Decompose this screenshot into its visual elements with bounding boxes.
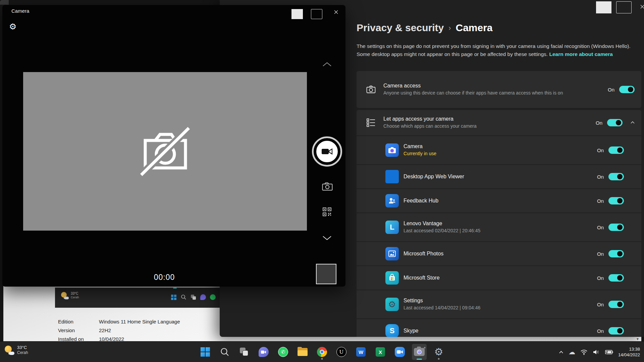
lenovo-vantage-icon: L (385, 221, 399, 234)
breadcrumb-privacy-security[interactable]: Privacy & security (357, 22, 444, 34)
weather-icon (5, 346, 14, 355)
microsoft-store-toggle[interactable] (608, 274, 624, 282)
close-button[interactable] (330, 7, 342, 17)
let-apps-description: Choose which apps can access your camera (383, 123, 596, 129)
settings-taskbar-button[interactable]: ⚙ (431, 344, 446, 360)
zoom-button[interactable] (392, 344, 407, 360)
camera-access-toggle[interactable] (619, 86, 635, 93)
barcode-scan-button[interactable] (322, 207, 332, 218)
about-taskbar-screenshot: 33°C Cerah (55, 288, 233, 308)
app-row-microsoft-photos: Microsoft Photos On (357, 242, 641, 265)
let-apps-access-row[interactable]: Let apps access your camera Choose which… (357, 110, 641, 135)
weather-widget[interactable]: 33°C Cerah (5, 345, 28, 355)
minimize-button[interactable] (291, 7, 303, 17)
mini-active-indicator (173, 288, 177, 289)
desktop-app-web-viewer-toggle[interactable] (608, 173, 624, 180)
running-indicator (321, 358, 323, 360)
spec-label: Version (58, 327, 99, 333)
microsoft-photos-toggle[interactable] (608, 250, 624, 257)
onedrive-icon[interactable]: ☁ (569, 348, 575, 356)
file-explorer-button[interactable] (295, 344, 310, 360)
search-icon (220, 347, 229, 357)
app-name: Microsoft Store (404, 275, 597, 281)
toggle-state-label: On (597, 174, 604, 180)
volume-icon[interactable] (593, 349, 599, 355)
take-photo-button[interactable] (322, 182, 333, 192)
spec-value: 22H2 (99, 327, 111, 333)
record-video-button[interactable] (312, 136, 342, 167)
toggle-state-label: On (597, 198, 604, 204)
breadcrumb-separator: › (448, 24, 451, 33)
app-name: Desktop App Web Viewer (404, 174, 597, 180)
start-button[interactable] (198, 344, 213, 360)
camera-access-row: Camera access Anyone using this device c… (357, 71, 641, 108)
task-view-button[interactable] (237, 344, 252, 360)
app-name: Settings (404, 298, 597, 304)
clock[interactable]: 13:38 14/04/2022 (618, 346, 640, 358)
mini-search-icon (181, 294, 186, 300)
settings-gear-icon: ⚙ (434, 347, 443, 357)
chevron-up-icon[interactable] (630, 120, 635, 125)
task-view-icon (239, 347, 249, 357)
settings-app-toggle[interactable] (608, 301, 624, 308)
let-apps-toggle[interactable] (607, 119, 623, 126)
chrome-button[interactable] (315, 344, 329, 360)
camera-app-toggle[interactable] (608, 146, 624, 154)
mini-weather-condition: Cerah (71, 296, 79, 299)
mini-start-icon (171, 294, 177, 300)
apps-list-icon (366, 118, 376, 128)
app-row-camera: Camera Currently in use On (357, 136, 641, 164)
camera-roll-thumbnail[interactable] (316, 264, 336, 284)
weather-temp: 33°C (17, 345, 28, 350)
camera-viewfinder (23, 72, 307, 231)
battery-charging-icon[interactable] (604, 350, 613, 355)
camera-outline-icon (366, 84, 376, 95)
chat-button[interactable] (256, 344, 271, 360)
app-name: Microsoft Photos (404, 251, 597, 257)
chrome-icon (317, 347, 327, 357)
toggle-state-label: On (597, 251, 604, 257)
app-row-lenovo-vantage: L Lenovo Vantage Last accessed 02/04/202… (357, 213, 641, 241)
taskbar-icons: ✆ U W X + ⚙ (198, 342, 446, 362)
app-name: Feedback Hub (404, 198, 597, 204)
taskbar: 33°C Cerah ✆ U W X (0, 341, 644, 362)
clock-time: 13:38 (618, 346, 640, 352)
toggle-state-label: On (597, 147, 604, 153)
app-row-feedback-hub: Feedback Hub On (357, 189, 641, 213)
word-icon: W (356, 347, 366, 357)
spec-label: Edition (58, 319, 99, 324)
camera-settings-gear-icon[interactable]: ⚙ (9, 22, 16, 32)
page-title: Camera (455, 22, 492, 34)
microsoft-photos-icon (385, 247, 399, 260)
mini-weather-widget: 33°C Cerah (61, 292, 79, 299)
page-description: The settings on this page do not prevent… (357, 42, 638, 58)
scroll-down-icon[interactable]: ▼ (636, 337, 639, 341)
word-button[interactable]: W (354, 344, 368, 360)
weather-condition: Cerah (17, 350, 28, 355)
mini-task-view-icon (191, 294, 196, 300)
spec-value: 10/04/2022 (99, 336, 124, 342)
feedback-hub-toggle[interactable] (608, 197, 624, 204)
desktop-app-web-viewer-icon (385, 170, 399, 183)
chevron-down-icon[interactable] (322, 235, 332, 242)
tray-chevron-up-icon[interactable] (559, 351, 564, 354)
toggle-state-label: On (608, 87, 614, 93)
toggle-state-label: On (597, 302, 604, 307)
spec-label: Installed on (58, 336, 99, 342)
spec-row-version: Version 22H2 (58, 326, 180, 335)
lenovo-vantage-toggle[interactable] (608, 224, 624, 231)
whatsapp-icon: ✆ (278, 347, 288, 357)
excel-button[interactable]: X (373, 344, 388, 360)
skype-toggle[interactable] (608, 327, 624, 335)
wifi-icon[interactable] (580, 349, 588, 355)
maximize-button[interactable] (311, 7, 322, 17)
learn-more-link[interactable]: Learn more about camera (549, 51, 613, 57)
unreal-engine-button[interactable]: U (334, 344, 349, 360)
chevron-up-icon[interactable] (322, 61, 332, 69)
app-name: Skype (404, 328, 597, 334)
toggle-state-label: On (596, 120, 602, 126)
camera-taskbar-button[interactable]: + (412, 344, 427, 360)
search-button[interactable] (217, 344, 232, 360)
camera-window-title: Camera (11, 8, 29, 14)
whatsapp-button[interactable]: ✆ (276, 344, 290, 360)
